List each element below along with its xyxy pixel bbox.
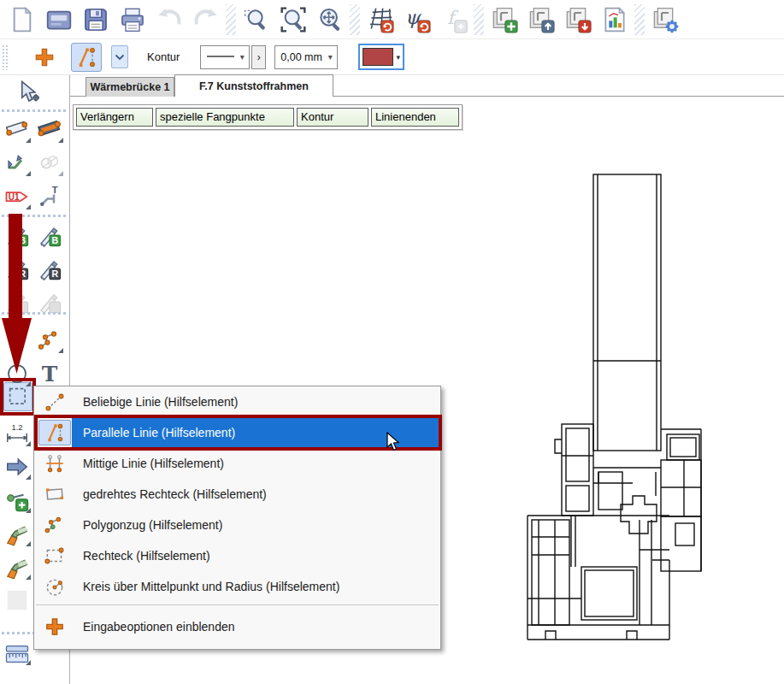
toolbar-separator bbox=[350, 4, 360, 35]
marker-icon[interactable] bbox=[2, 551, 32, 581]
menu-item-label: Mittige Linie (Hilfselement) bbox=[83, 457, 224, 470]
document-tabbar: Wärmebrücke 1F.7 Kunststoffrahmen bbox=[70, 75, 784, 98]
tab-1[interactable]: Wärmebrücke 1 bbox=[85, 77, 174, 97]
save-icon[interactable] bbox=[77, 2, 114, 38]
line-width-select[interactable]: 0,00 mm ▾ bbox=[274, 45, 338, 69]
psi-refresh-icon[interactable]: ψ bbox=[398, 2, 435, 38]
svg-text:T: T bbox=[42, 361, 58, 386]
menu-separator bbox=[36, 604, 439, 605]
polyline-points-icon[interactable] bbox=[34, 325, 65, 355]
menu-item-1[interactable]: Beliebige Linie (Hilfselement) bbox=[34, 386, 440, 417]
option-bar: Verlängernspezielle FangpunkteKonturLini… bbox=[73, 104, 463, 130]
sidebar-group-separator bbox=[2, 109, 67, 112]
menu-item-label: Eingabeoptionen einblenden bbox=[83, 620, 235, 634]
menu-item-label: Polygonzug (Hilfselement) bbox=[83, 518, 222, 532]
menu-item-9[interactable]: Eingabeoptionen einblenden bbox=[34, 608, 440, 646]
fx-icon: f bbox=[435, 2, 472, 38]
print-icon[interactable] bbox=[114, 2, 150, 38]
circle-radius-icon bbox=[38, 574, 71, 599]
report-add-icon[interactable] bbox=[486, 2, 522, 38]
line-middle-icon bbox=[38, 451, 71, 476]
gray-square-icon bbox=[2, 585, 32, 615]
line-style-more-button[interactable]: › bbox=[251, 45, 266, 69]
menu-item-label: gedrehtes Rechteck (Hilfselement) bbox=[83, 487, 267, 501]
rect-dashed2-icon bbox=[38, 543, 71, 569]
kontur-label: Kontur bbox=[147, 50, 180, 63]
polyline-icon bbox=[38, 512, 71, 538]
annotation-box-tool bbox=[0, 378, 36, 416]
svg-text:1.2: 1.2 bbox=[11, 423, 22, 432]
chevron-down-icon: ▾ bbox=[393, 53, 403, 62]
menu-item-2[interactable]: Parallele Linie (Hilfselement) bbox=[34, 417, 440, 448]
t-branch-icon[interactable]: T bbox=[34, 181, 65, 211]
menu-item-6[interactable]: Rechteck (Hilfselement) bbox=[34, 540, 440, 571]
chevron-down-icon: ▾ bbox=[235, 52, 249, 62]
tab-2[interactable]: F.7 Kunststoffrahmen bbox=[174, 74, 333, 97]
plus-menu-icon bbox=[38, 614, 71, 640]
arrow-right-icon[interactable] bbox=[2, 451, 32, 481]
rect-rotated-icon bbox=[38, 481, 71, 507]
svg-text:R: R bbox=[51, 268, 58, 279]
dimension-line-filled-icon[interactable] bbox=[34, 115, 65, 144]
cursor-move-icon[interactable] bbox=[12, 77, 43, 107]
line-free-icon bbox=[38, 389, 71, 415]
add-icon[interactable] bbox=[30, 43, 59, 72]
svg-text:T: T bbox=[52, 185, 58, 195]
menu-item-4[interactable]: gedrehtes Rechteck (Hilfselement) bbox=[34, 479, 440, 510]
toolbar-separator bbox=[634, 4, 645, 35]
toolbar-grip[interactable] bbox=[2, 44, 8, 70]
toolbar-separator bbox=[226, 4, 236, 35]
marker-icon[interactable] bbox=[2, 518, 32, 548]
undo-icon bbox=[150, 2, 187, 38]
chevron-down-icon bbox=[115, 54, 125, 61]
context-menu: Beliebige Linie (Hilfselement)Parallele … bbox=[33, 386, 441, 650]
dimension-line-icon[interactable] bbox=[2, 115, 32, 144]
u1-label-icon[interactable]: U1 bbox=[2, 181, 32, 211]
tool-dropdown-button[interactable] bbox=[111, 45, 128, 68]
dimension-12-icon[interactable]: 1.2 bbox=[2, 418, 32, 448]
option-button-2[interactable]: spezielle Fangpunkte bbox=[156, 108, 294, 127]
redo-icon bbox=[187, 2, 224, 38]
pen-r-icon[interactable]: R bbox=[34, 253, 65, 283]
menu-item-label: Rechteck (Hilfselement) bbox=[83, 549, 210, 563]
report-settings-icon[interactable] bbox=[646, 2, 683, 38]
line-style-select[interactable]: ▾ bbox=[200, 45, 250, 69]
mesh-refresh-icon[interactable] bbox=[362, 2, 398, 38]
annotation-box-menu bbox=[34, 415, 442, 451]
zoom-all-icon[interactable] bbox=[311, 2, 348, 38]
zoom-fit-icon[interactable] bbox=[274, 2, 311, 38]
ruler-icon[interactable] bbox=[2, 637, 32, 667]
circles-disabled-icon bbox=[34, 148, 65, 178]
text-tool-icon[interactable]: T bbox=[34, 358, 65, 388]
report-chart-icon[interactable] bbox=[596, 2, 633, 38]
menu-item-label: Beliebige Linie (Hilfselement) bbox=[83, 395, 238, 409]
color-swatch bbox=[363, 48, 393, 66]
menu-item-7[interactable]: Kreis über Mittelpunkt und Radius (Hilfs… bbox=[34, 571, 440, 602]
zoom-window-icon[interactable] bbox=[238, 2, 274, 38]
annotation-arrow bbox=[2, 214, 36, 376]
mouse-cursor bbox=[386, 432, 405, 454]
line-color-picker[interactable]: ▾ bbox=[358, 44, 404, 70]
open-icon[interactable] bbox=[40, 2, 77, 38]
option-button-3[interactable]: Kontur bbox=[297, 108, 368, 127]
svg-text:U1: U1 bbox=[9, 192, 20, 201]
toolbar-separator bbox=[474, 4, 484, 35]
frame-cross-section-drawing bbox=[513, 167, 784, 650]
option-button-4[interactable]: Linienenden bbox=[371, 108, 459, 127]
option-button-1[interactable]: Verlängern bbox=[76, 108, 153, 127]
main-toolbar: ψf bbox=[0, 0, 784, 39]
menu-item-5[interactable]: Polygonzug (Hilfselement) bbox=[34, 510, 440, 540]
application-window: ψf Kontur ▾ › 0,00 mm ▾ ▾ Wärmebrücke 1F… bbox=[0, 0, 784, 684]
report-download-icon[interactable] bbox=[559, 2, 596, 38]
pin-add-icon[interactable] bbox=[2, 485, 32, 515]
chevron-down-icon: ▾ bbox=[323, 52, 337, 62]
polyline-arrows-icon[interactable] bbox=[2, 148, 32, 178]
parallel-line-tool-button[interactable] bbox=[71, 43, 102, 72]
format-toolbar: Kontur ▾ › 0,00 mm ▾ ▾ bbox=[0, 39, 784, 75]
report-upload-icon[interactable] bbox=[522, 2, 559, 38]
menu-item-label: Kreis über Mittelpunkt und Radius (Hilfs… bbox=[83, 580, 339, 593]
menu-item-3[interactable]: Mittige Linie (Hilfselement) bbox=[34, 448, 440, 479]
svg-text:B: B bbox=[51, 235, 58, 245]
pen-b-icon[interactable]: B bbox=[34, 220, 65, 250]
new-document-icon[interactable] bbox=[3, 2, 40, 38]
